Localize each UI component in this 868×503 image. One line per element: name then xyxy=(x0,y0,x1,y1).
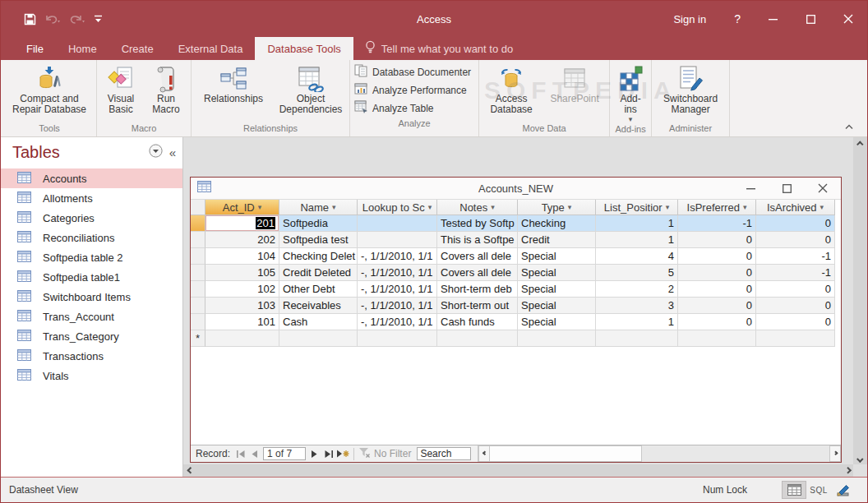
cell[interactable]: Receivables xyxy=(279,298,358,314)
cell[interactable]: Other Debt xyxy=(279,281,358,298)
cell[interactable]: 101 xyxy=(205,314,279,330)
collapse-ribbon-icon[interactable] xyxy=(844,118,854,133)
column-header-isarchived[interactable]: IsArchived▾ xyxy=(756,200,835,215)
run-macro-button[interactable]: Run Macro xyxy=(144,62,188,115)
tab-create[interactable]: Create xyxy=(109,37,166,60)
last-record-button[interactable] xyxy=(321,447,335,461)
cell[interactable] xyxy=(358,232,437,248)
tab-external-data[interactable]: External Data xyxy=(166,37,256,60)
table-window-titlebar[interactable]: Accounts_NEW xyxy=(191,178,841,200)
empty-cell[interactable] xyxy=(596,330,678,347)
cell[interactable]: Checking xyxy=(518,215,596,232)
tab-home[interactable]: Home xyxy=(56,37,109,60)
tab-database-tools[interactable]: Database Tools xyxy=(255,37,353,60)
cell[interactable]: 2 xyxy=(596,281,678,298)
column-header-list_positior[interactable]: List_Positior▾ xyxy=(596,200,678,215)
main-vertical-scrollbar[interactable] xyxy=(853,137,867,464)
cell[interactable]: -1 xyxy=(756,248,835,265)
row-selector[interactable] xyxy=(191,215,205,232)
column-header-type[interactable]: Type▾ xyxy=(518,200,596,215)
relationships-button[interactable]: Relationships xyxy=(194,62,273,104)
cell[interactable]: 0 xyxy=(678,281,756,298)
cell[interactable]: Tested by Softp xyxy=(437,215,518,232)
cell[interactable]: 0 xyxy=(756,298,835,314)
cell[interactable]: Special xyxy=(518,265,596,281)
cell[interactable]: Credit xyxy=(518,232,596,248)
table-maximize-button[interactable] xyxy=(769,178,805,199)
new-record-button[interactable] xyxy=(335,447,349,461)
empty-cell[interactable] xyxy=(205,330,279,347)
column-header-act_id[interactable]: Act_ID▾ xyxy=(205,200,279,215)
datasheet-view-button[interactable] xyxy=(782,481,806,499)
analyze-performance-button[interactable]: Analyze Performance xyxy=(353,81,476,99)
empty-cell[interactable] xyxy=(437,330,518,347)
cell[interactable]: 102 xyxy=(205,281,279,298)
sidebar-item-softpedia-table-2[interactable]: Softpedia table 2 xyxy=(1,247,182,267)
datasheet-empty-area[interactable] xyxy=(191,347,841,445)
scroll-left-icon[interactable] xyxy=(183,464,196,477)
shutter-close-icon[interactable]: « xyxy=(169,145,176,159)
cell[interactable]: Short-term out xyxy=(437,298,518,314)
sidebar-item-trans_account[interactable]: Trans_Account xyxy=(1,307,182,326)
cell[interactable]: 201 xyxy=(205,215,279,232)
cell[interactable]: Special xyxy=(518,248,596,265)
row-selector[interactable] xyxy=(191,248,205,265)
cell[interactable]: -, 1/1/2010, 1/1 xyxy=(358,248,437,265)
cell[interactable]: 202 xyxy=(205,232,279,248)
column-header-name[interactable]: Name▾ xyxy=(279,200,358,215)
cell[interactable]: 0 xyxy=(678,298,756,314)
next-record-button[interactable] xyxy=(307,447,321,461)
cell[interactable]: 103 xyxy=(205,298,279,314)
cell[interactable]: Cash funds xyxy=(437,314,518,330)
row-selector[interactable] xyxy=(191,314,205,330)
cell[interactable]: 0 xyxy=(756,232,835,248)
cell[interactable]: 0 xyxy=(678,232,756,248)
empty-cell[interactable] xyxy=(518,330,596,347)
help-button[interactable]: ? xyxy=(721,12,754,25)
minimize-button[interactable] xyxy=(754,1,792,37)
sidebar-item-allotments[interactable]: Allotments xyxy=(1,188,182,208)
customize-qat-icon[interactable] xyxy=(94,15,103,23)
database-documenter-button[interactable]: Database Documenter xyxy=(353,63,476,81)
cell[interactable]: 1 xyxy=(596,314,678,330)
maximize-button[interactable] xyxy=(792,1,829,37)
cell[interactable]: Special xyxy=(518,298,596,314)
sign-in-button[interactable]: Sign in xyxy=(658,13,721,25)
record-position-box[interactable]: 1 of 7 xyxy=(263,447,306,460)
datasheet-horizontal-scrollbar[interactable] xyxy=(478,445,841,462)
nav-menu-icon[interactable] xyxy=(149,144,163,161)
tell-me-box[interactable]: Tell me what you want to do xyxy=(353,37,524,60)
cell[interactable]: This is a Softpe xyxy=(437,232,518,248)
row-selector[interactable] xyxy=(191,265,205,281)
visual-basic-button[interactable]: Visual Basic xyxy=(99,62,142,115)
main-horizontal-scrollbar[interactable] xyxy=(183,464,853,477)
save-icon[interactable] xyxy=(24,13,36,25)
search-input[interactable] xyxy=(417,447,471,460)
analyze-table-button[interactable]: Analyze Table xyxy=(353,99,476,118)
scroll-left-icon[interactable] xyxy=(478,445,490,462)
row-selector[interactable] xyxy=(191,232,205,248)
sidebar-item-switchboard-items[interactable]: Switchboard Items xyxy=(1,287,182,307)
cell[interactable]: 4 xyxy=(596,248,678,265)
cell[interactable]: Special xyxy=(518,314,596,330)
column-header-ispreferred[interactable]: IsPreferred▾ xyxy=(678,200,756,215)
scroll-right-icon[interactable] xyxy=(841,464,853,477)
first-record-button[interactable] xyxy=(233,447,247,461)
cell[interactable]: 0 xyxy=(678,265,756,281)
cell[interactable]: Softpedia xyxy=(279,215,358,232)
filter-toggle[interactable]: No Filter xyxy=(358,447,411,460)
cell[interactable]: -, 1/1/2010, 1/1 xyxy=(358,265,437,281)
cell[interactable]: Softpedia test xyxy=(279,232,358,248)
row-selector[interactable] xyxy=(191,281,205,298)
sidebar-item-reconciliations[interactable]: Reconciliations xyxy=(1,228,182,247)
cell[interactable]: -1 xyxy=(756,265,835,281)
cell[interactable]: Credit Deleted xyxy=(279,265,358,281)
sidebar-item-trans_category[interactable]: Trans_Category xyxy=(1,326,182,346)
close-button[interactable] xyxy=(829,1,867,37)
cell[interactable]: 0 xyxy=(678,314,756,330)
cell[interactable]: -, 1/1/2010, 1/1 xyxy=(358,314,437,330)
column-header-notes[interactable]: Notes▾ xyxy=(437,200,518,215)
row-selector[interactable] xyxy=(191,298,205,314)
column-header-lookup-to-sc[interactable]: Lookup to Sc▾ xyxy=(358,200,437,215)
cell[interactable]: Short-term deb xyxy=(437,281,518,298)
